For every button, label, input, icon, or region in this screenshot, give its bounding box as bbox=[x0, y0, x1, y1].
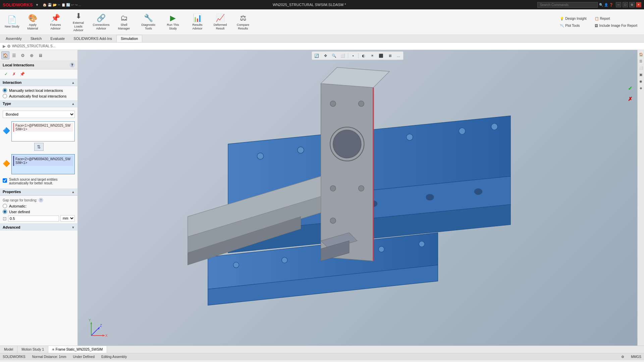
frame-static-icon: ≡ bbox=[52, 348, 54, 351]
tab-evaluate[interactable]: Evaluate bbox=[46, 35, 69, 42]
properties-section-header[interactable]: Properties ▲ bbox=[0, 188, 77, 195]
right-sidebar: 🏠 ☰ ⬜ ▣ ◉ ◈ bbox=[637, 50, 644, 346]
settings-icon[interactable]: ⚙ bbox=[621, 355, 624, 359]
main-layout: 🏠 ☰ ⚙ ⊕ 🖥 Local Interactions ? ✓ ✗ 📌 Int… bbox=[0, 50, 644, 346]
axes-indicator: X Y Z bbox=[88, 319, 105, 336]
value-row: ⊡ mm cm m in bbox=[3, 215, 75, 222]
panel-header: Local Interactions ? bbox=[0, 61, 77, 69]
vp-more-btn[interactable]: … bbox=[394, 52, 402, 59]
rs-btn-6[interactable]: ◈ bbox=[638, 85, 644, 91]
auto-radio[interactable] bbox=[3, 94, 7, 98]
diagnostic-tools-button[interactable]: 🔧 Diagnostic Tools bbox=[137, 12, 160, 32]
automatic-radio-label[interactable]: Automatic: bbox=[3, 204, 75, 208]
vp-rotate-btn[interactable]: 🔄 bbox=[313, 52, 321, 59]
report-button[interactable]: 📋 Report bbox=[592, 15, 640, 22]
expand-arrow[interactable]: ▶ bbox=[3, 44, 6, 49]
app-logo: SOLIDWORKS bbox=[3, 2, 33, 7]
transfer-button[interactable]: ⇅ bbox=[34, 143, 44, 151]
svg-point-17 bbox=[282, 257, 287, 263]
rs-btn-1[interactable]: 🏠 bbox=[638, 51, 644, 57]
tab-simulation[interactable]: Simulation bbox=[116, 35, 142, 42]
pin-button[interactable]: 📌 bbox=[19, 71, 25, 77]
vp-shade-btn[interactable]: ◐ bbox=[360, 52, 368, 59]
include-image-button[interactable]: 🖼 Include Image For Report bbox=[592, 22, 640, 29]
svg-point-29 bbox=[359, 186, 364, 191]
restore-button[interactable]: ⧉ bbox=[629, 2, 635, 7]
panel-icon-model[interactable]: 🏠 bbox=[1, 51, 9, 59]
gap-value-input[interactable] bbox=[8, 216, 59, 222]
tab-assembly[interactable]: Assembly bbox=[1, 35, 26, 42]
vp-section-btn[interactable]: ⬛ bbox=[377, 52, 385, 59]
3d-model bbox=[111, 63, 627, 325]
advanced-collapse-arrow: ▼ bbox=[71, 226, 75, 229]
type-section-header[interactable]: Type ▲ bbox=[0, 100, 77, 107]
rs-btn-3[interactable]: ⬜ bbox=[638, 65, 644, 71]
svg-text:Z: Z bbox=[100, 324, 102, 327]
confirm-cross-button[interactable]: ✗ bbox=[11, 71, 17, 77]
external-loads-button[interactable]: ⬇ External Loads Advisor bbox=[67, 10, 90, 33]
face1-list-box[interactable]: Face<1>@PM009421_WN2025_SW SIM<1> bbox=[11, 121, 75, 141]
vp-fit-btn[interactable]: ⬜ bbox=[339, 52, 347, 59]
run-icon: ▶ bbox=[170, 14, 176, 22]
properties-collapse-arrow: ▲ bbox=[71, 190, 75, 194]
vp-pan-btn[interactable]: ✥ bbox=[321, 52, 329, 59]
minimize-button[interactable]: ─ bbox=[616, 2, 621, 7]
close-button[interactable]: ✕ bbox=[636, 2, 641, 7]
viewport-check-button[interactable]: ✓ bbox=[625, 83, 635, 93]
vp-zoom-btn[interactable]: 🔍 bbox=[330, 52, 338, 59]
panel-icon-crosshair[interactable]: ⊕ bbox=[28, 51, 36, 59]
confirm-check-button[interactable]: ✓ bbox=[3, 71, 9, 77]
user-defined-radio[interactable] bbox=[3, 209, 7, 214]
manually-radio[interactable] bbox=[3, 88, 7, 93]
plot-tools-button[interactable]: 📉 Plot Tools bbox=[557, 22, 589, 29]
viewport[interactable]: 🔄 ✥ 🔍 ⬜ ▪ ◐ ☀ ⬛ 🖥 … bbox=[78, 50, 637, 346]
new-study-button[interactable]: 📄 New Study bbox=[3, 14, 21, 30]
svg-point-26 bbox=[330, 101, 336, 107]
help-icon[interactable]: ? bbox=[69, 62, 75, 68]
automatic-radio[interactable] bbox=[3, 204, 7, 208]
results-advisor-button[interactable]: 📊 Results Advisor bbox=[186, 12, 209, 32]
advanced-label: Advanced bbox=[3, 225, 20, 229]
apply-material-button[interactable]: 🎨 Apply Material bbox=[21, 12, 44, 32]
vp-view-btn[interactable]: ▪ bbox=[349, 52, 357, 59]
shell-manager-button[interactable]: 🗂 Shell Manager bbox=[113, 12, 136, 32]
panel-icon-row: 🏠 ☰ ⚙ ⊕ 🖥 bbox=[0, 50, 77, 61]
vp-light-btn[interactable]: ☀ bbox=[368, 52, 376, 59]
panel-icon-config[interactable]: ⚙ bbox=[19, 51, 27, 59]
compare-results-button[interactable]: ⚖ Compare Results bbox=[232, 12, 255, 32]
tab-model[interactable]: Model bbox=[0, 346, 17, 353]
deformed-result-button[interactable]: 📈 Deformed Result bbox=[209, 12, 232, 32]
manually-radio-label[interactable]: Manually select local interactions bbox=[3, 88, 75, 93]
maximize-button[interactable]: □ bbox=[623, 2, 628, 7]
interaction-collapse-arrow: ▲ bbox=[71, 81, 75, 84]
panel-icon-list[interactable]: ☰ bbox=[10, 51, 18, 59]
svg-text:Y: Y bbox=[89, 319, 91, 322]
viewport-x-button[interactable]: ✗ bbox=[625, 94, 635, 104]
user-defined-radio-label[interactable]: User defined bbox=[3, 209, 75, 214]
tab-motion-study[interactable]: Motion Study 1 bbox=[17, 346, 48, 353]
tab-sketch[interactable]: Sketch bbox=[26, 35, 46, 42]
tab-addins[interactable]: SOLIDWORKS Add-Ins bbox=[69, 35, 116, 42]
panel-icon-display[interactable]: 🖥 bbox=[36, 51, 44, 59]
fixtures-advisor-button[interactable]: 📌 Fixtures Advisor bbox=[44, 12, 67, 32]
results-icon: 📊 bbox=[193, 14, 202, 22]
interaction-section-header[interactable]: Interaction ▲ bbox=[0, 79, 77, 86]
rs-btn-2[interactable]: ☰ bbox=[638, 58, 644, 64]
switch-checkbox[interactable] bbox=[3, 178, 7, 183]
search-input[interactable] bbox=[537, 2, 598, 8]
rs-btn-4[interactable]: ▣ bbox=[638, 71, 644, 77]
vp-display-btn[interactable]: 🖥 bbox=[386, 52, 394, 59]
type-dropdown[interactable]: Bonded No Penetration Allow Penetration … bbox=[3, 111, 75, 118]
run-study-button[interactable]: ▶ Run This Study bbox=[162, 12, 184, 32]
tab-frame-static[interactable]: ≡ Frame Static_WN2025_SWSIM bbox=[48, 346, 107, 353]
rs-btn-5[interactable]: ◉ bbox=[638, 78, 644, 84]
auto-radio-label[interactable]: Automatically find local interactions bbox=[3, 94, 75, 98]
design-insight-button[interactable]: 💡 Design Insight bbox=[557, 15, 589, 22]
face2-list-box[interactable]: Face<2>@PM009430_WN2025_SW SIM<1> bbox=[11, 154, 75, 174]
unit-select[interactable]: mm cm m in bbox=[60, 215, 75, 222]
gap-help-icon[interactable]: ? bbox=[39, 198, 43, 202]
connections-button[interactable]: 🔗 Connections Advisor bbox=[90, 12, 113, 32]
shell-icon: 🗂 bbox=[120, 14, 128, 22]
advanced-section-header[interactable]: Advanced ▼ bbox=[0, 224, 77, 231]
svg-point-13 bbox=[474, 188, 482, 195]
